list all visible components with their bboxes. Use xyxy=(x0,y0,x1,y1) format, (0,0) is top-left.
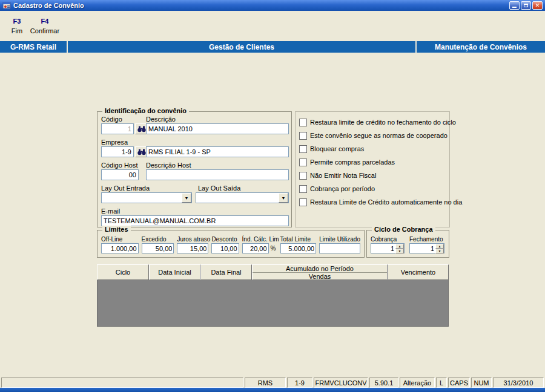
status-num: NUM xyxy=(471,377,492,388)
minimize-icon xyxy=(512,7,517,8)
layout-entrada-value xyxy=(101,192,192,203)
options-panel: Restaura limite de crédito no fechamento… xyxy=(295,111,450,227)
status-empresa: 1-9 xyxy=(287,377,312,388)
restaura-limite-dia-checkbox[interactable] xyxy=(299,198,307,206)
layout-entrada-label: Lay Out Entrada xyxy=(101,185,150,192)
fechamento-field: Fechamento ▲ ▼ xyxy=(409,236,444,254)
window-bottom-frame xyxy=(0,388,545,392)
email-label: E-mail xyxy=(101,207,120,215)
layout-entrada-select[interactable]: ▼ xyxy=(101,192,192,203)
empresa-descricao-input[interactable] xyxy=(146,146,289,157)
total-limite-input[interactable] xyxy=(280,243,317,253)
close-icon: ✕ xyxy=(535,2,540,8)
app-icon xyxy=(2,1,11,10)
layout-saida-select[interactable]: ▼ xyxy=(196,192,289,203)
normas-cooperado-checkbox[interactable] xyxy=(299,132,307,140)
offline-field: Off-Line xyxy=(101,236,139,253)
bloquear-compras-checkbox[interactable] xyxy=(299,145,307,153)
col-data-inicial: Data Inicial xyxy=(149,264,200,280)
option-row: Restaura Limite de Crédito automaticamen… xyxy=(299,198,446,206)
desconto-field: Desconto xyxy=(211,236,239,253)
ciclos-table: Ciclo Data Inicial Data Final Acumulado … xyxy=(97,264,449,327)
spin-up-icon[interactable]: ▲ xyxy=(435,244,444,249)
option-row: Não Emitir Nota Fiscal xyxy=(299,171,446,180)
statusbar: RMS 1-9 FRMVCLUCONV 5.90.1 Alteração L C… xyxy=(1,377,544,388)
confirmar-key-label: F4 xyxy=(28,18,62,25)
nao-emitir-nf-checkbox[interactable] xyxy=(299,172,307,180)
chevron-down-icon[interactable]: ▼ xyxy=(182,193,191,203)
checkbox-label: Cobrança por período xyxy=(310,185,375,192)
cobranca-spinner: ▲ ▼ xyxy=(371,243,405,254)
module-title: Gestão de Clientes xyxy=(68,41,415,53)
descricao-input[interactable] xyxy=(146,123,289,134)
restore-icon xyxy=(524,4,528,7)
close-button[interactable]: ✕ xyxy=(532,1,543,10)
spin-down-icon[interactable]: ▼ xyxy=(435,249,444,253)
excedido-input[interactable] xyxy=(142,243,174,253)
option-row: Este convênio segue as normas de coopera… xyxy=(299,131,446,140)
col-acumulado-vendas: Vendas xyxy=(253,273,387,279)
excedido-label: Excedido xyxy=(142,236,174,243)
offline-input[interactable] xyxy=(101,243,139,253)
table-header-row: Ciclo Data Inicial Data Final Acumulado … xyxy=(97,264,449,280)
cobranca-periodo-checkbox[interactable] xyxy=(299,185,307,193)
window-title: Cadastro de Convênio xyxy=(13,2,84,9)
toolbar: F3 Fim F4 Confirmar xyxy=(0,11,545,40)
confirmar-button[interactable]: F4 Confirmar xyxy=(28,18,62,34)
checkbox-label: Este convênio segue as normas de coopera… xyxy=(310,132,448,139)
codigo-label: Código xyxy=(101,116,122,123)
spin-down-icon[interactable]: ▼ xyxy=(395,249,404,253)
empresa-label: Empresa xyxy=(101,139,128,146)
desconto-label: Desconto xyxy=(211,236,239,243)
option-row: Permite compras parceladas xyxy=(299,158,446,166)
status-system: RMS xyxy=(245,377,286,388)
limite-utilizado-label: Limite Utilizado xyxy=(319,236,360,243)
restaura-limite-ciclo-checkbox[interactable] xyxy=(299,119,307,126)
nav-band: G-RMS Retail Gestão de Clientes Manutenç… xyxy=(0,41,545,53)
option-row: Bloquear compras xyxy=(299,145,446,153)
status-panel-empty xyxy=(1,377,243,388)
status-version: 5.90.1 xyxy=(369,377,398,388)
total-limite-field: Total Limite xyxy=(280,236,317,253)
codigo-input[interactable] xyxy=(101,123,134,134)
ind-calc-lim-input[interactable] xyxy=(242,243,269,253)
offline-label: Off-Line xyxy=(101,236,139,243)
codigo-host-label: Código Host xyxy=(101,162,138,169)
status-caps: CAPS xyxy=(448,377,470,388)
ind-calc-lim-label: Índ. Cálc. Lim xyxy=(242,236,277,243)
app-window: Cadastro de Convênio ✕ F3 Fim F4 Confirm… xyxy=(0,0,545,392)
chevron-down-icon[interactable]: ▼ xyxy=(279,193,288,203)
ciclo-cobranca-group: Ciclo de Cobrança Cobrança ▲ ▼ Fechament… xyxy=(366,230,449,258)
brand-label: G-RMS Retail xyxy=(0,41,67,53)
layout-saida-value xyxy=(196,192,289,203)
identificacao-group-title: Identificação do convênio xyxy=(102,107,189,114)
fim-button[interactable]: F3 Fim xyxy=(5,18,29,34)
col-acumulado-top: Acumulado no Período xyxy=(253,265,387,273)
descricao-host-input[interactable] xyxy=(146,169,289,180)
desconto-input[interactable] xyxy=(211,243,239,253)
status-mode: Alteração xyxy=(400,377,435,388)
checkbox-label: Bloquear compras xyxy=(310,145,364,152)
layout-saida-label: Lay Out Saída xyxy=(198,185,240,192)
percent-suffix: % xyxy=(271,245,276,252)
spin-up-icon[interactable]: ▲ xyxy=(395,244,404,249)
minimize-button[interactable] xyxy=(509,1,520,10)
restore-button[interactable] xyxy=(521,1,531,10)
compras-parceladas-checkbox[interactable] xyxy=(299,158,307,166)
empresa-input[interactable] xyxy=(101,146,134,157)
email-input[interactable] xyxy=(101,215,289,226)
cobranca-field: Cobrança ▲ ▼ xyxy=(371,236,405,254)
option-row: Cobrança por período xyxy=(299,185,446,193)
table-body xyxy=(97,280,449,327)
fechamento-label: Fechamento xyxy=(409,236,444,243)
codigo-host-input[interactable] xyxy=(101,169,139,180)
binoculars-icon xyxy=(137,148,147,155)
cobranca-label: Cobrança xyxy=(371,236,405,243)
juros-atraso-input[interactable] xyxy=(177,243,208,253)
status-date: 31/3/2010 xyxy=(493,377,544,388)
col-data-final: Data Final xyxy=(200,264,252,280)
limite-utilizado-input[interactable] xyxy=(319,243,360,253)
col-acumulado: Acumulado no Período Vendas xyxy=(252,264,388,280)
window-controls: ✕ xyxy=(509,1,543,10)
fim-key-label: F3 xyxy=(5,18,29,25)
